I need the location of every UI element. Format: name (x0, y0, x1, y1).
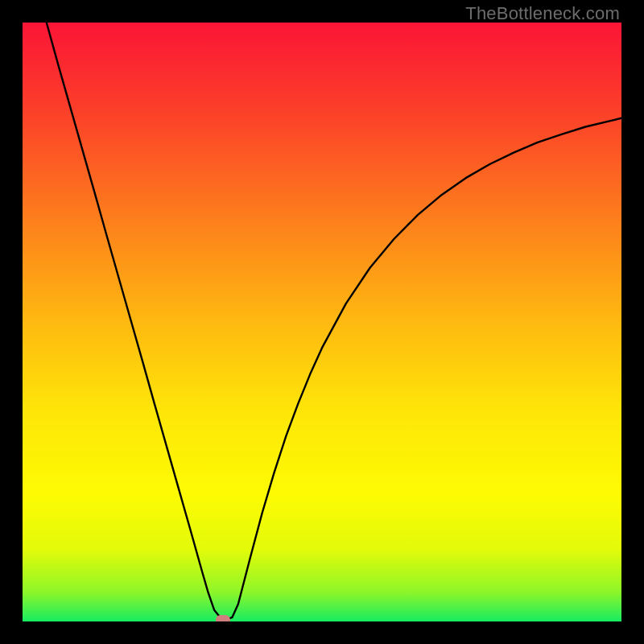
attribution-label: TheBottleneck.com (465, 3, 620, 24)
plot-area (23, 23, 621, 621)
optimal-point-marker (216, 615, 230, 621)
chart-frame: TheBottleneck.com (0, 0, 644, 644)
bottleneck-curve (23, 23, 621, 621)
